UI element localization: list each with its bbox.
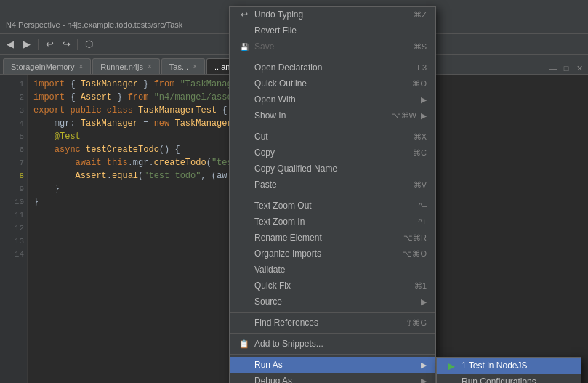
tab-storageinmemory[interactable]: StorageInMemory × xyxy=(3,58,91,74)
line-num-5: 5 xyxy=(3,130,24,143)
line-num-2: 2 xyxy=(3,91,24,104)
menu-item-organize-imports[interactable]: Organize Imports ⌥⌘O xyxy=(230,246,435,262)
line-num-3: 3 xyxy=(3,104,24,117)
menu-item-rename-element[interactable]: Rename Element ⌥⌘R xyxy=(230,230,435,246)
menu-label-copy-qualified: Copy Qualified Name xyxy=(254,164,337,174)
line-num-11: 11 xyxy=(3,209,24,222)
menu-item-save[interactable]: 💾 Save ⌘S xyxy=(230,39,435,55)
tab-close-button[interactable]: ✕ xyxy=(573,63,585,74)
menu-item-copy[interactable]: Copy ⌘C xyxy=(230,145,435,161)
open-with-icon xyxy=(238,94,250,105)
paste-icon xyxy=(238,179,250,190)
menu-item-cut[interactable]: Cut ⌘X xyxy=(230,129,435,145)
menu-item-show-in[interactable]: Show In ⌥⌘W ▶ xyxy=(230,108,435,124)
source-icon xyxy=(238,296,250,307)
toolbar-undo-button[interactable]: ↩ xyxy=(42,37,57,52)
zoom-out-icon xyxy=(238,200,250,211)
menu-item-open-declaration[interactable]: Open Declaration F3 xyxy=(230,60,435,76)
tab-runner[interactable]: Runner.n4js × xyxy=(92,58,160,74)
menu-label-cut: Cut xyxy=(254,132,268,142)
menu-item-copy-qualified[interactable]: Copy Qualified Name xyxy=(230,161,435,177)
menu-label-copy: Copy xyxy=(254,148,275,158)
shortcut-quick-fix: ⌘1 xyxy=(414,281,427,291)
menu-label-revert-file: Revert File xyxy=(254,25,297,36)
run-as-icon xyxy=(238,359,250,371)
menu-label-source: Source xyxy=(254,297,282,307)
menu-item-run-as[interactable]: Run As ▶ ▶ 1 Test in NodeJS Run Configur… xyxy=(230,357,435,373)
show-in-icon xyxy=(238,110,250,121)
tab-minimize-button[interactable]: — xyxy=(547,63,559,74)
tab-task[interactable]: Tas... × xyxy=(161,58,205,74)
copy-qualified-icon xyxy=(238,163,250,174)
show-in-arrow: ▶ xyxy=(421,111,427,121)
run-configurations-icon xyxy=(446,376,457,383)
submenu-label-run-configurations: Run Configurations... xyxy=(462,376,544,383)
undo-icon: ↩ xyxy=(238,9,250,20)
submenu-item-test-in-nodejs[interactable]: ▶ 1 Test in NodeJS xyxy=(437,358,581,374)
submenu-label-test-in-nodejs: 1 Test in NodeJS xyxy=(462,360,528,371)
menu-label-validate: Validate xyxy=(254,265,285,275)
menu-label-rename-element: Rename Element xyxy=(254,233,322,243)
tab-close-icon-runner[interactable]: × xyxy=(148,63,152,70)
menu-item-undo-typing[interactable]: ↩ Undo Typing ⌘Z xyxy=(230,7,435,23)
rename-icon xyxy=(238,232,250,243)
menu-label-open-declaration: Open Declaration xyxy=(254,63,322,73)
menu-item-source[interactable]: Source ▶ xyxy=(230,294,435,310)
toolbar-separator-2 xyxy=(77,39,78,50)
copy-icon xyxy=(238,147,250,158)
menu-label-paste: Paste xyxy=(254,180,277,190)
shortcut-rename-element: ⌥⌘R xyxy=(403,233,427,243)
find-references-icon xyxy=(238,317,250,328)
save-icon: 💾 xyxy=(238,41,250,52)
menu-item-add-to-snippets[interactable]: 📋 Add to Snippets... xyxy=(230,336,435,352)
context-menu: ↩ Undo Typing ⌘Z Revert File 💾 Save ⌘S O… xyxy=(229,6,436,383)
menu-item-open-with[interactable]: Open With ▶ xyxy=(230,92,435,108)
debug-as-arrow: ▶ xyxy=(421,376,427,384)
submenu-run-as: ▶ 1 Test in NodeJS Run Configurations... xyxy=(436,357,581,383)
tab-maximize-button[interactable]: □ xyxy=(560,63,572,74)
toolbar-redo-button[interactable]: ↪ xyxy=(59,37,73,52)
line-num-1: 1 xyxy=(3,78,24,91)
menu-label-run-as: Run As xyxy=(254,360,283,370)
shortcut-organize-imports: ⌥⌘O xyxy=(403,249,427,259)
source-arrow: ▶ xyxy=(421,297,427,307)
toolbar-run-button[interactable]: ⬡ xyxy=(81,37,96,52)
run-as-arrow: ▶ xyxy=(421,360,427,370)
validate-icon xyxy=(238,264,250,275)
menu-item-paste[interactable]: Paste ⌘V xyxy=(230,177,435,193)
toolbar-back-button[interactable]: ◀ xyxy=(3,37,17,52)
menu-label-save: Save xyxy=(254,41,274,52)
toolbar-forward-button[interactable]: ▶ xyxy=(20,37,34,52)
tab-close-icon-task[interactable]: × xyxy=(193,63,197,70)
submenu-item-run-configurations[interactable]: Run Configurations... xyxy=(437,374,581,383)
quick-fix-icon xyxy=(238,280,250,291)
tab-controls: — □ ✕ xyxy=(547,63,585,74)
line-numbers: 1 2 3 4 5 6 7 8 9 10 11 12 13 14 xyxy=(0,75,28,383)
line-num-14: 14 xyxy=(3,248,24,261)
menu-item-text-zoom-in[interactable]: Text Zoom In ^+ xyxy=(230,214,435,230)
organize-icon xyxy=(238,248,250,259)
menu-separator-3 xyxy=(230,195,435,195)
shortcut-cut: ⌘X xyxy=(414,132,427,142)
menu-item-text-zoom-out[interactable]: Text Zoom Out ^– xyxy=(230,198,435,214)
shortcut-save: ⌘S xyxy=(414,42,427,52)
menu-item-quick-outline[interactable]: Quick Outline ⌘O xyxy=(230,76,435,92)
menu-separator-5 xyxy=(230,333,435,334)
menu-item-revert-file[interactable]: Revert File xyxy=(230,23,435,39)
menu-item-find-references[interactable]: Find References ⇧⌘G xyxy=(230,315,435,331)
line-num-9: 9 xyxy=(3,182,24,195)
shortcut-copy: ⌘C xyxy=(413,148,427,158)
line-num-7: 7 xyxy=(3,156,24,169)
toolbar-separator-1 xyxy=(38,39,39,50)
menu-separator-4 xyxy=(230,312,435,313)
menu-label-show-in: Show In xyxy=(254,110,286,121)
menu-item-debug-as[interactable]: Debug As ▶ xyxy=(230,373,435,383)
shortcut-text-zoom-out: ^– xyxy=(419,201,427,210)
menu-label-text-zoom-in: Text Zoom In xyxy=(254,217,305,227)
menu-label-quick-outline: Quick Outline xyxy=(254,78,307,89)
menu-item-validate[interactable]: Validate xyxy=(230,262,435,278)
line-num-8: 8 xyxy=(3,169,24,182)
shortcut-quick-outline: ⌘O xyxy=(412,79,427,89)
tab-close-icon-storageinmemory[interactable]: × xyxy=(78,63,83,70)
menu-item-quick-fix[interactable]: Quick Fix ⌘1 xyxy=(230,278,435,294)
